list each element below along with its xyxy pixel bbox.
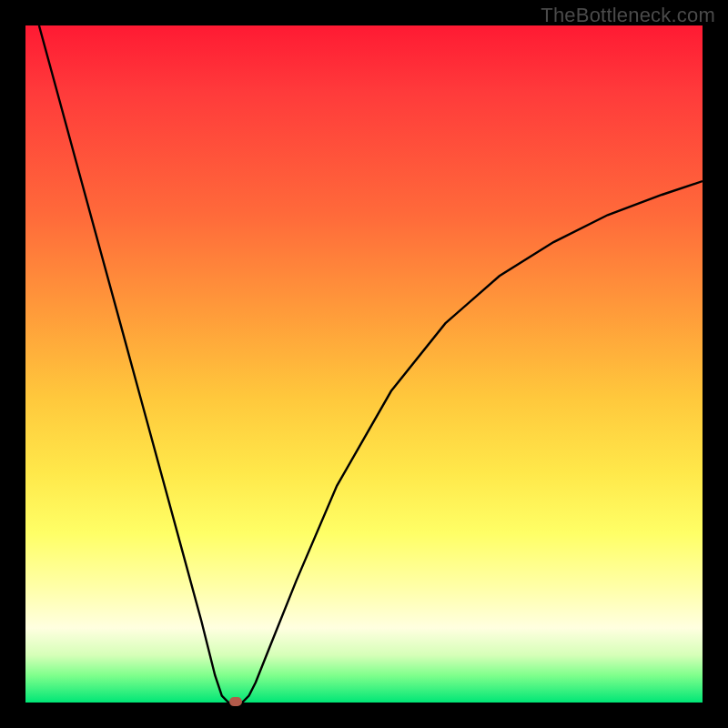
chart-frame: TheBottleneck.com [0,0,728,728]
optimum-marker [229,697,242,706]
bottleneck-curve [25,25,703,703]
plot-area [25,25,703,703]
watermark-text: TheBottleneck.com [541,4,715,27]
